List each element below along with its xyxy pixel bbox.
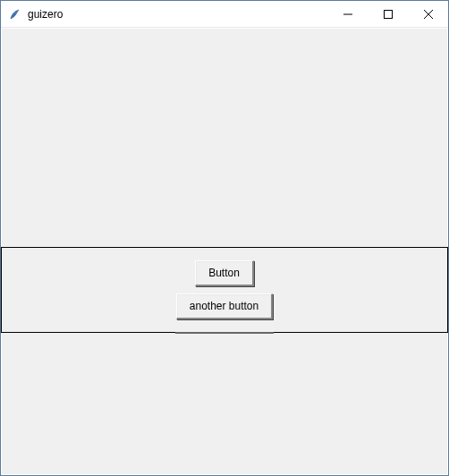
button-shadow <box>175 332 274 334</box>
feather-icon <box>8 7 22 21</box>
close-button[interactable] <box>408 1 448 27</box>
minimize-button[interactable] <box>327 1 368 27</box>
bordered-box: Button another button <box>1 247 448 333</box>
button-1[interactable]: Button <box>195 260 254 286</box>
app-window: guizero Button another button <box>0 0 449 476</box>
svg-rect-2 <box>384 10 392 18</box>
window-controls <box>327 1 448 27</box>
titlebar[interactable]: guizero <box>1 1 448 28</box>
window-title: guizero <box>28 8 327 21</box>
client-area: Button another button <box>2 29 447 474</box>
maximize-button[interactable] <box>368 1 408 27</box>
button-2[interactable]: another button <box>176 293 273 319</box>
